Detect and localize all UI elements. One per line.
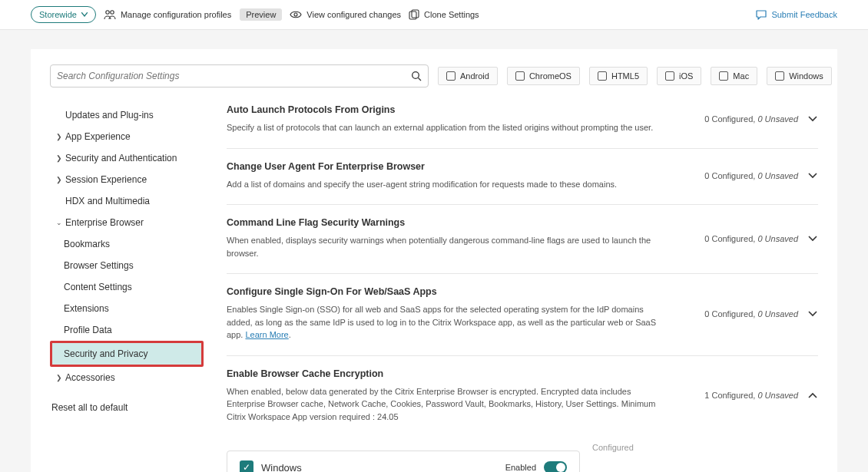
svg-line-6 bbox=[419, 78, 422, 81]
svg-point-1 bbox=[111, 11, 114, 14]
checkbox-checked-icon[interactable]: ✓ bbox=[240, 460, 253, 472]
svg-point-5 bbox=[412, 72, 419, 79]
setting-status: 0 Configured, 0 Unsaved bbox=[704, 114, 798, 124]
setting-title: Command Line Flag Security Warnings bbox=[227, 217, 697, 228]
os-chip-mac[interactable]: Mac bbox=[711, 67, 757, 85]
sidebar-item-enterprise-browser[interactable]: ⌄Enterprise Browser bbox=[50, 212, 204, 233]
configured-label: Configured bbox=[592, 443, 634, 452]
scope-selector[interactable]: Storewide bbox=[31, 6, 96, 23]
main-panel: Android ChromeOS HTML5 iOS Mac Windows U… bbox=[31, 49, 837, 472]
config-row: ✓ Windows Enabled Configured bbox=[227, 437, 818, 472]
search-input[interactable] bbox=[57, 71, 411, 81]
os-chip-android[interactable]: Android bbox=[438, 67, 498, 85]
setting-title: Enable Browser Cache Encryption bbox=[227, 368, 697, 379]
setting-user-agent: Change User Agent For Enterprise Browser… bbox=[227, 149, 818, 206]
os-filters: Android ChromeOS HTML5 iOS Mac Windows bbox=[438, 67, 832, 85]
chevron-down-icon[interactable] bbox=[807, 172, 818, 180]
chevron-right-icon: ❯ bbox=[56, 154, 62, 162]
learn-more-link[interactable]: Learn More bbox=[245, 330, 288, 339]
sidebar: Updates and Plug-ins ❯App Experience ❯Se… bbox=[50, 104, 204, 472]
chevron-down-icon[interactable] bbox=[807, 310, 818, 318]
chevron-right-icon: ❯ bbox=[56, 374, 62, 381]
eye-icon bbox=[290, 10, 302, 19]
clone-settings[interactable]: Clone Settings bbox=[409, 9, 479, 20]
copy-icon bbox=[409, 9, 419, 20]
checkbox-icon bbox=[598, 71, 607, 81]
svg-point-0 bbox=[106, 11, 109, 14]
control-row: Android ChromeOS HTML5 iOS Mac Windows bbox=[50, 64, 818, 87]
setting-desc: When enabled, displays security warnings… bbox=[227, 234, 657, 259]
reset-all[interactable]: Reset all to default bbox=[50, 398, 204, 418]
sidebar-item-profile-data[interactable]: Profile Data bbox=[50, 319, 204, 341]
os-chip-ios[interactable]: iOS bbox=[657, 67, 701, 85]
sidebar-item-security-auth[interactable]: ❯Security and Authentication bbox=[50, 147, 204, 169]
setting-status: 0 Configured, 0 Unsaved bbox=[704, 171, 798, 180]
setting-status: 0 Configured, 0 Unsaved bbox=[704, 234, 798, 243]
chevron-down-icon bbox=[81, 12, 88, 17]
config-box-windows: ✓ Windows Enabled bbox=[227, 451, 580, 472]
setting-desc: Add a list of domains and specify the us… bbox=[227, 178, 657, 191]
checkbox-icon bbox=[665, 71, 674, 81]
chevron-down-icon[interactable] bbox=[807, 115, 818, 123]
submit-feedback-label: Submit Feedback bbox=[771, 10, 837, 19]
manage-profiles[interactable]: Manage configuration profiles Preview bbox=[104, 8, 282, 21]
view-changes[interactable]: View configured changes bbox=[290, 10, 401, 19]
body-grid: Updates and Plug-ins ❯App Experience ❯Se… bbox=[50, 104, 818, 472]
checkbox-icon bbox=[719, 71, 728, 81]
manage-profiles-label: Manage configuration profiles bbox=[121, 10, 231, 19]
chevron-right-icon: ❯ bbox=[56, 176, 62, 183]
preview-badge: Preview bbox=[240, 8, 282, 21]
sidebar-item-bookmarks[interactable]: Bookmarks bbox=[50, 233, 204, 255]
checkbox-icon bbox=[515, 71, 525, 81]
setting-cmdline-warnings: Command Line Flag Security Warnings When… bbox=[227, 205, 818, 274]
topbar: Storewide Manage configuration profiles … bbox=[0, 0, 868, 30]
sidebar-item-extensions[interactable]: Extensions bbox=[50, 298, 204, 319]
checkbox-icon bbox=[775, 71, 784, 81]
clone-settings-label: Clone Settings bbox=[424, 10, 479, 19]
chevron-right-icon: ❯ bbox=[56, 133, 62, 140]
setting-status: 0 Configured, 0 Unsaved bbox=[704, 309, 798, 319]
setting-title: Change User Agent For Enterprise Browser bbox=[227, 161, 697, 172]
search-box[interactable] bbox=[50, 64, 429, 87]
chevron-down-icon: ⌄ bbox=[56, 219, 62, 226]
people-icon bbox=[104, 9, 116, 20]
setting-desc: When enabled, below data generated by th… bbox=[227, 385, 657, 424]
sidebar-item-app-experience[interactable]: ❯App Experience bbox=[50, 126, 204, 147]
chevron-up-icon[interactable] bbox=[807, 391, 818, 399]
checkbox-icon bbox=[446, 71, 456, 81]
view-changes-label: View configured changes bbox=[306, 10, 401, 19]
os-chip-html5[interactable]: HTML5 bbox=[589, 67, 648, 85]
svg-point-2 bbox=[294, 13, 297, 16]
os-chip-windows[interactable]: Windows bbox=[767, 67, 832, 85]
config-os-label: Windows bbox=[261, 462, 302, 473]
os-chip-chromeos[interactable]: ChromeOS bbox=[507, 67, 580, 85]
settings-content: Auto Launch Protocols From Origins Speci… bbox=[227, 104, 818, 472]
scope-label: Storewide bbox=[39, 10, 77, 19]
setting-desc: Enables Single Sign-on (SSO) for all web… bbox=[227, 303, 657, 342]
setting-cache-encryption: Enable Browser Cache Encryption When ena… bbox=[227, 356, 818, 437]
setting-status: 1 Configured, 0 Unsaved bbox=[704, 391, 798, 400]
sidebar-item-hdx-multimedia[interactable]: HDX and Multimedia bbox=[50, 190, 204, 212]
sidebar-item-accessories[interactable]: ❯Accessories bbox=[50, 367, 204, 388]
sidebar-item-updates[interactable]: Updates and Plug-ins bbox=[50, 104, 204, 126]
setting-auto-launch: Auto Launch Protocols From Origins Speci… bbox=[227, 104, 818, 149]
submit-feedback[interactable]: Submit Feedback bbox=[756, 9, 837, 20]
toggle-switch[interactable] bbox=[544, 461, 567, 472]
sidebar-item-browser-settings[interactable]: Browser Settings bbox=[50, 255, 204, 276]
chevron-down-icon[interactable] bbox=[807, 235, 818, 243]
search-icon[interactable] bbox=[411, 71, 422, 81]
enabled-label: Enabled bbox=[505, 463, 536, 472]
page-wrap: Android ChromeOS HTML5 iOS Mac Windows U… bbox=[0, 30, 868, 472]
chat-icon bbox=[756, 9, 767, 20]
sidebar-item-content-settings[interactable]: Content Settings bbox=[50, 276, 204, 298]
sidebar-item-session-experience[interactable]: ❯Session Experience bbox=[50, 169, 204, 190]
setting-title: Configure Single Sign-On For Web/SaaS Ap… bbox=[227, 286, 697, 297]
setting-sso: Configure Single Sign-On For Web/SaaS Ap… bbox=[227, 274, 818, 356]
sidebar-item-security-privacy[interactable]: Security and Privacy bbox=[50, 341, 204, 367]
setting-title: Auto Launch Protocols From Origins bbox=[227, 104, 697, 115]
setting-desc: Specify a list of protocols that can lau… bbox=[227, 121, 657, 134]
